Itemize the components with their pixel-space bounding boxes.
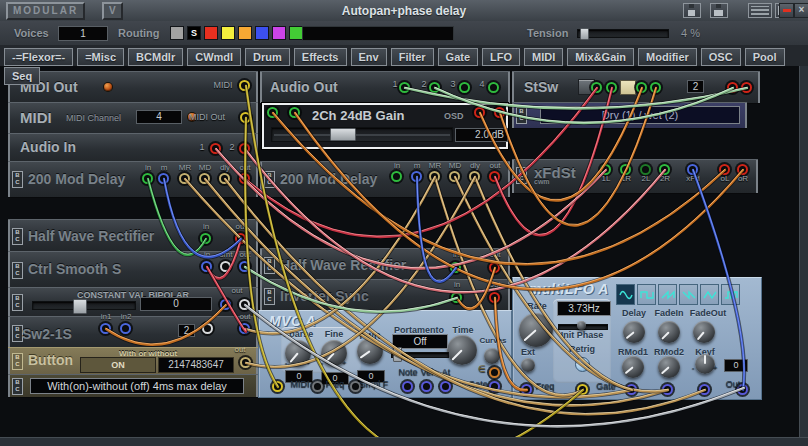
tab-lfo[interactable]: LFO [482,48,520,66]
close-button[interactable]: × [794,3,808,18]
tab-drum[interactable]: Drum [245,48,290,66]
inverter-in-port[interactable] [451,292,462,303]
tab-bcmdlr[interactable]: BCMdlr [128,48,183,66]
mvc-curves-knob[interactable] [484,348,500,364]
lfo-delay-knob[interactable] [623,321,645,343]
ctrl-smooth-smt-port[interactable] [220,261,231,272]
routing-color-swatch[interactable] [272,26,286,40]
tab-pool[interactable]: Pool [745,48,785,66]
mvc-e-port[interactable] [489,367,500,378]
button-on-button[interactable]: ON [80,357,156,373]
tension-slider-thumb[interactable] [580,28,589,40]
delay1-m-port[interactable] [158,173,169,184]
lfo-rmod2-knob[interactable] [658,356,680,378]
delay1-out-port[interactable] [239,173,250,184]
delay2-mr-port[interactable] [429,171,440,182]
delay1-in-port[interactable] [142,173,153,184]
tab-modifier[interactable]: Modifier [638,48,697,66]
audio-out-3-port[interactable] [459,82,470,93]
lfo-ext-knob[interactable] [521,358,535,372]
mvc-porta-slider-thumb[interactable] [393,347,402,362]
audio-out-1-port[interactable] [399,82,410,93]
audio-in-2-port[interactable] [239,143,250,154]
lfo-rmod2-port[interactable] [662,384,673,395]
ctrl-smooth-in-port[interactable] [201,261,212,272]
tab-filter[interactable]: Filter [391,48,434,66]
stsw-button-b[interactable] [620,80,636,95]
gain-in-r-port[interactable] [289,107,300,118]
routing-display-field[interactable] [302,26,454,41]
sw21s-in2-port[interactable] [120,323,131,334]
voices-value[interactable]: 1 [58,26,108,41]
audio-out-2-port[interactable] [429,82,440,93]
save-icon[interactable] [683,3,701,18]
audio-out-4-port[interactable] [488,82,499,93]
delay2-md-port[interactable] [449,171,460,182]
tension-slider[interactable] [577,29,669,38]
mvc-pwr-knob[interactable] [357,338,383,364]
ctrl-smooth-out-port[interactable] [239,261,250,272]
tab-effects[interactable]: Effects [294,48,347,66]
tab-mix-gain[interactable]: Mix&Gain [567,48,634,66]
button-out-port[interactable] [240,357,251,368]
constant-slider-thumb[interactable] [73,299,87,314]
tab-cwmdl[interactable]: CWmdl [187,48,241,66]
gain-in-l-port[interactable] [267,107,278,118]
sw21s-out-port[interactable] [239,323,250,334]
delay2-out-port[interactable] [489,171,500,182]
waveform-ramp-down-icon[interactable] [679,284,698,305]
inverter-out-port[interactable] [489,292,500,303]
stsw-in-1l-port[interactable] [591,82,602,93]
gain-out-r-port[interactable] [494,107,505,118]
waveform-square-icon[interactable] [637,284,656,305]
lfo-keyf-port[interactable] [699,384,710,395]
tab-seq[interactable]: Seq [4,67,40,85]
stsw-in-2l-port[interactable] [636,82,647,93]
lfo-retrig-button[interactable] [575,357,590,372]
mvc-at-port[interactable] [440,381,451,392]
midi-out-midi-port[interactable] [239,80,250,91]
tab-env[interactable]: Env [351,48,387,66]
hwr1-out-port[interactable] [235,233,246,244]
lfo-keyf-value[interactable]: 0 [724,359,748,372]
routing-color-swatch[interactable] [204,26,218,40]
constant-value[interactable]: 0 [140,297,212,311]
constant-out-2-port[interactable] [239,299,250,310]
mvc-freq-port[interactable] [312,381,323,392]
stsw-out-r-port[interactable] [741,82,752,93]
audio-in-1-port[interactable] [210,143,221,154]
stsw-value[interactable]: 2 [687,80,704,93]
mvc-time-knob[interactable] [447,335,477,365]
hwr2-out-port[interactable] [489,262,500,273]
delay2-m-port[interactable] [411,171,422,182]
lfo-rate-knob[interactable] [519,313,553,347]
waveform-sine-icon[interactable] [616,284,635,305]
delay1-mr-port[interactable] [179,173,190,184]
mvc-vel-port[interactable] [421,381,432,392]
rack-grid-icon[interactable] [748,3,772,18]
vertical-scrollbar[interactable] [799,66,808,437]
gain-out-l-port[interactable] [474,107,485,118]
mvc-note-port[interactable] [402,381,413,392]
lfo-fadeout-knob[interactable] [693,321,715,343]
constant-out-1-port[interactable] [220,299,231,310]
delay2-dly-port[interactable] [469,171,480,182]
waveform-triangle-icon[interactable] [700,284,719,305]
routing-color-swatch[interactable] [170,26,184,40]
lfo-rmod1-port[interactable] [626,384,637,395]
lfo-fadein-knob[interactable] [658,321,680,343]
delay2-in-port[interactable] [391,171,402,182]
delay1-md-port[interactable] [199,173,210,184]
lfo-gate-port[interactable] [577,384,588,395]
lfo-rmod1-knob[interactable] [622,356,644,378]
constant-slider[interactable] [32,301,136,310]
lfo-freq-port[interactable] [521,384,532,395]
sw21s-sel-port[interactable] [202,323,213,334]
sw21s-value[interactable]: 2 [178,324,195,337]
midi-midi-out-port[interactable] [240,112,251,123]
minimize-button[interactable] [779,3,794,18]
routing-color-swatch[interactable] [238,26,252,40]
delay1-dly-port[interactable] [219,173,230,184]
mvc-midi-port[interactable] [272,381,283,392]
lfo-init-phase-thumb[interactable] [577,321,586,330]
